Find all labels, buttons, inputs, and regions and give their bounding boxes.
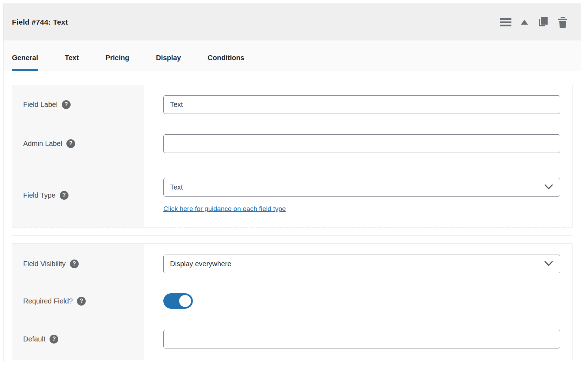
- field-type-help-icon[interactable]: ?: [60, 191, 68, 200]
- general-tab-content: Field Label ? Admin Label ? Field Ty: [4, 71, 581, 362]
- collapse-up-icon[interactable]: [521, 20, 528, 25]
- chevron-down-icon: [544, 183, 553, 191]
- required-field-toggle[interactable]: [163, 293, 193, 309]
- default-help-icon[interactable]: ?: [50, 335, 58, 344]
- field-type-value-cell: Text Click here for guidance on each fie…: [144, 163, 572, 227]
- field-type-guidance-link[interactable]: Click here for guidance on each field ty…: [163, 205, 286, 213]
- field-type-label-cell: Field Type ?: [12, 163, 144, 227]
- field-label-input[interactable]: [163, 95, 560, 114]
- required-field-help-icon[interactable]: ?: [77, 297, 86, 306]
- settings-table-secondary: Field Visibility ? Display everywhere: [12, 243, 573, 360]
- required-field-label-cell: Required Field? ?: [12, 284, 144, 318]
- field-label-label-cell: Field Label ?: [12, 85, 144, 124]
- field-label-label: Field Label: [23, 101, 58, 109]
- admin-label-row: Admin Label ?: [12, 124, 572, 163]
- admin-label-value-cell: [144, 124, 572, 163]
- field-visibility-label: Field Visibility: [23, 260, 66, 268]
- settings-table-main: Field Label ? Admin Label ? Field Ty: [12, 85, 573, 228]
- duplicate-icon[interactable]: [537, 17, 548, 28]
- tab-pricing[interactable]: Pricing: [105, 54, 129, 71]
- tab-general[interactable]: General: [12, 54, 38, 71]
- field-visibility-select[interactable]: Display everywhere: [163, 255, 560, 273]
- admin-label-help-icon[interactable]: ?: [66, 139, 75, 148]
- default-value-cell: [144, 318, 572, 360]
- field-visibility-selected-value: Display everywhere: [170, 260, 231, 268]
- section-divider: [12, 235, 573, 236]
- field-type-label: Field Type: [23, 191, 55, 199]
- field-type-selected-value: Text: [170, 183, 183, 191]
- bottom-divider: [12, 362, 573, 362]
- default-row: Default ?: [12, 318, 572, 360]
- tab-text[interactable]: Text: [65, 54, 79, 71]
- required-field-row: Required Field? ?: [12, 284, 572, 318]
- field-visibility-label-cell: Field Visibility ?: [12, 244, 144, 284]
- header-actions: [500, 17, 568, 28]
- settings-tab-bar: General Text Pricing Display Conditions: [4, 40, 581, 71]
- field-label-value-cell: [144, 85, 572, 124]
- field-type-select[interactable]: Text: [163, 178, 560, 197]
- field-visibility-help-icon[interactable]: ?: [70, 260, 79, 268]
- field-visibility-value-cell: Display everywhere: [144, 244, 572, 284]
- tab-conditions[interactable]: Conditions: [208, 54, 244, 71]
- admin-label-label-cell: Admin Label ?: [12, 124, 144, 163]
- field-settings-panel: Field #744: Text: [3, 4, 581, 362]
- required-field-value-cell: [144, 284, 572, 318]
- chevron-down-icon: [544, 260, 553, 268]
- field-label-help-icon[interactable]: ?: [62, 100, 71, 109]
- field-type-row: Field Type ? Text Click here for guidanc…: [12, 163, 572, 227]
- menu-icon[interactable]: [500, 18, 511, 27]
- field-header: Field #744: Text: [4, 4, 581, 40]
- admin-label-label: Admin Label: [23, 140, 62, 148]
- field-visibility-row: Field Visibility ? Display everywhere: [12, 244, 572, 284]
- toggle-knob: [179, 295, 191, 307]
- trash-icon[interactable]: [558, 17, 568, 28]
- field-label-row: Field Label ?: [12, 85, 572, 124]
- field-title: Field #744: Text: [12, 18, 68, 26]
- default-label: Default: [23, 335, 45, 343]
- default-input[interactable]: [163, 330, 560, 348]
- tab-display[interactable]: Display: [156, 54, 181, 71]
- required-field-label: Required Field?: [23, 297, 73, 305]
- admin-label-input[interactable]: [163, 134, 560, 153]
- default-label-cell: Default ?: [12, 318, 144, 360]
